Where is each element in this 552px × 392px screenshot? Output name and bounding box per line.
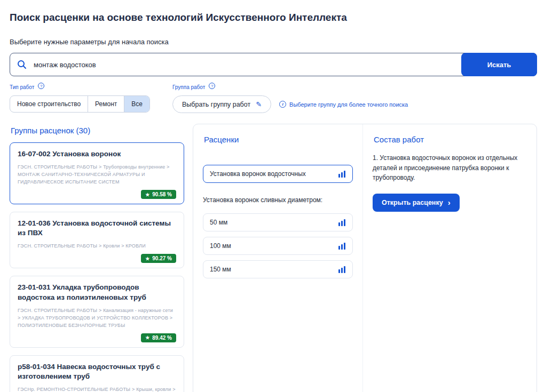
rate-option-label: 50 мм [210, 219, 227, 226]
group-card[interactable]: 12-01-036 Установка водосточной системы … [10, 212, 184, 268]
star-icon: ★ [145, 256, 149, 261]
page: Поиск расценки на основе технологий Иску… [0, 0, 552, 392]
segment-all[interactable]: Все [124, 96, 149, 112]
work-type-label: Тип работ [10, 84, 34, 90]
results-area: Группы расценок (30) 16-07-002 Установка… [10, 124, 537, 392]
search-input[interactable] [10, 53, 537, 76]
rates-subheading: Установка воронок сливных диаметром: [203, 196, 353, 204]
open-rate-button[interactable]: Открыть расценку › [373, 194, 460, 212]
composition-column: Состав работ 1. Установка водосточных во… [363, 124, 537, 392]
info-icon: i [279, 101, 286, 108]
rate-option[interactable]: 100 мм [203, 237, 353, 255]
group-card-path: ГЭСН. СТРОИТЕЛЬНЫЕ РАБОТЫ > Трубопроводы… [18, 164, 176, 186]
search-button[interactable]: Искать [461, 53, 537, 76]
group-card-path: ГЭСН. СТРОИТЕЛЬНЫЕ РАБОТЫ > Кровли > КРО… [18, 243, 176, 250]
open-rate-label: Открыть расценку [382, 199, 443, 206]
chevron-right-icon: › [448, 199, 451, 206]
bar-chart-icon [338, 219, 346, 226]
rate-option-label: 100 мм [210, 242, 231, 250]
match-value: 90.58 % [152, 191, 172, 197]
group-hint-text: Выберите группу для более точного поиска [289, 101, 408, 108]
pencil-icon: ✎ [256, 100, 262, 108]
page-subtitle: Выберите нужные параметры для начала пои… [10, 38, 537, 46]
star-icon: ★ [145, 335, 149, 340]
group-card-path: ГЭСНр. РЕМОНТНО-СТРОИТЕЛЬНЫЕ РАБОТЫ > Кр… [18, 386, 176, 392]
group-card-title: 16-07-002 Установка воронок [18, 149, 176, 159]
rates-heading: Расценки [204, 135, 353, 144]
bar-chart-icon [338, 266, 346, 273]
group-card[interactable]: р58-01-034 Навеска водосточных труб с из… [10, 355, 184, 392]
bar-chart-icon [338, 171, 346, 178]
composition-text: 1. Установка водосточных воронок из отде… [373, 153, 527, 183]
group-card-title: 12-01-036 Установка водосточной системы … [18, 219, 176, 238]
segment-repair[interactable]: Ремонт [88, 96, 124, 112]
rate-option-label: 150 мм [210, 266, 231, 273]
match-value: 90.27 % [152, 255, 172, 261]
search-bar: Искать [10, 53, 537, 76]
segment-new-construction[interactable]: Новое строительство [10, 96, 88, 112]
match-badge: ★ 90.27 % [141, 254, 176, 263]
filters-row: Тип работ ? Новое строительство Ремонт В… [10, 84, 537, 113]
groups-column: Группы расценок (30) 16-07-002 Установка… [10, 124, 184, 392]
work-type-segmented-control: Новое строительство Ремонт Все [10, 95, 150, 113]
work-type-filter: Тип работ ? Новое строительство Ремонт В… [10, 84, 150, 113]
match-badge: ★ 90.58 % [141, 190, 176, 199]
page-title: Поиск расценки на основе технологий Иску… [10, 12, 537, 23]
rate-option[interactable]: 150 мм [203, 260, 353, 278]
work-group-help-icon[interactable]: ? [209, 83, 215, 89]
match-badge: ★ 89.42 % [141, 333, 176, 342]
group-card-title: 23-01-031 Укладка трубопроводов водосток… [18, 283, 176, 302]
rate-option[interactable]: 50 мм [203, 213, 353, 231]
select-work-group-button[interactable]: Выбрать группу работ ✎ [172, 95, 271, 113]
group-card-title: р58-01-034 Навеска водосточных труб с из… [18, 362, 176, 381]
rate-item-selected[interactable]: Установка воронок водосточных [203, 165, 353, 183]
rates-column: Расценки Установка воронок водосточных У… [193, 124, 363, 392]
rates-panel: Расценки Установка воронок водосточных У… [193, 124, 537, 392]
rate-item-label: Установка воронок водосточных [210, 170, 306, 178]
star-icon: ★ [145, 192, 149, 197]
composition-heading: Состав работ [374, 135, 527, 144]
work-type-help-icon[interactable]: ? [38, 83, 44, 89]
groups-heading: Группы расценок (30) [11, 126, 184, 135]
group-card[interactable]: 16-07-002 Установка воронок ГЭСН. СТРОИТ… [10, 142, 184, 204]
group-card-path: ГЭСН. СТРОИТЕЛЬНЫЕ РАБОТЫ > Канализация … [18, 307, 176, 330]
select-work-group-label: Выбрать группу работ [182, 101, 250, 108]
work-group-filter: Группа работ ? Выбрать группу работ ✎ i … [172, 84, 408, 113]
search-icon [17, 60, 27, 69]
match-value: 89.42 % [152, 335, 172, 341]
bar-chart-icon [338, 243, 346, 250]
group-card[interactable]: 23-01-031 Укладка трубопроводов водосток… [10, 276, 184, 347]
work-group-label: Группа работ [172, 84, 205, 90]
group-hint: i Выберите группу для более точного поис… [279, 101, 408, 108]
